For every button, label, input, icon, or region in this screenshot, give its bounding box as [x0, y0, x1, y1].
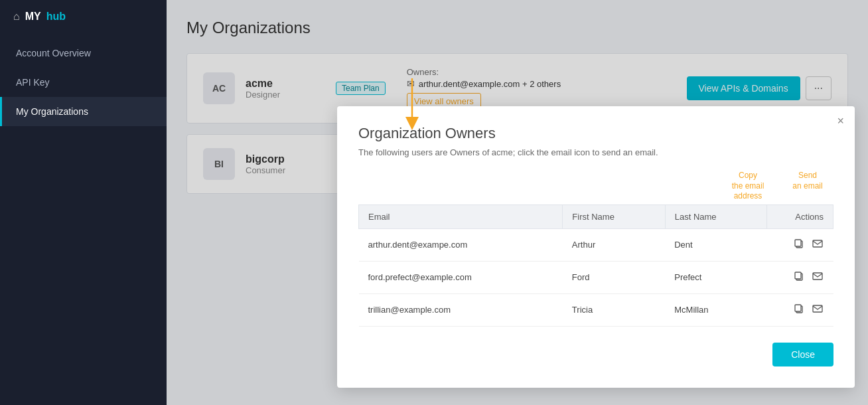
- modal-annotations: Copy the email address Send an email: [358, 171, 833, 202]
- sidebar: ⌂ MY hub Account Overview API Key My Org…: [0, 0, 167, 405]
- cell-email-1: ford.prefect@example.com: [359, 261, 563, 293]
- organization-owners-modal: × Organization Owners The following user…: [337, 106, 855, 388]
- table-row: trillian@example.com Tricia McMillan: [359, 293, 833, 326]
- cell-email-0: arthur.dent@exampe.com: [359, 228, 563, 261]
- cell-first-name-0: Arthur: [563, 228, 665, 261]
- sidebar-nav: Account Overview API Key My Organization…: [0, 39, 167, 126]
- svg-rect-8: [813, 305, 822, 312]
- col-actions: Actions: [767, 204, 833, 228]
- send-email-annotation: Send an email: [784, 171, 831, 202]
- table-header-row: Email First Name Last Name Actions: [359, 204, 833, 228]
- modal-overlay: × Organization Owners The following user…: [167, 0, 868, 405]
- cell-first-name-1: Ford: [563, 261, 665, 293]
- svg-rect-7: [795, 305, 801, 311]
- svg-rect-5: [813, 273, 822, 280]
- cell-last-name-1: Prefect: [665, 261, 766, 293]
- owners-table: Email First Name Last Name Actions arthu…: [358, 204, 833, 327]
- sidebar-logo: ⌂ MY hub: [0, 0, 167, 33]
- col-email: Email: [359, 204, 563, 228]
- close-modal-button[interactable]: Close: [772, 343, 833, 366]
- copy-email-button-2[interactable]: [792, 302, 806, 318]
- modal-subtitle: The following users are Owners of acme; …: [358, 147, 833, 157]
- send-email-button-1[interactable]: [811, 270, 824, 285]
- svg-rect-2: [813, 240, 822, 247]
- modal-close-button[interactable]: ×: [837, 114, 844, 128]
- modal-title: Organization Owners: [358, 125, 833, 142]
- cell-actions-1: [767, 261, 833, 293]
- cell-last-name-2: McMillan: [665, 293, 766, 326]
- home-icon: ⌂: [13, 11, 20, 23]
- main-content: My Organizations AC acme Designer Team P…: [167, 0, 868, 405]
- send-email-button-0[interactable]: [811, 237, 824, 253]
- copy-email-annotation: Copy the email address: [725, 171, 771, 202]
- svg-rect-1: [795, 240, 801, 246]
- send-email-button-2[interactable]: [811, 302, 824, 318]
- logo-hub: hub: [46, 11, 66, 23]
- table-row: ford.prefect@example.com Ford Prefect: [359, 261, 833, 293]
- cell-actions-0: [767, 228, 833, 261]
- cell-email-2: trillian@example.com: [359, 293, 563, 326]
- copy-email-button-0[interactable]: [792, 237, 806, 253]
- col-first-name: First Name: [563, 204, 665, 228]
- svg-rect-4: [795, 272, 801, 279]
- sidebar-item-api-key[interactable]: API Key: [0, 68, 167, 97]
- col-last-name: Last Name: [665, 204, 766, 228]
- copy-email-button-1[interactable]: [792, 270, 806, 285]
- cell-actions-2: [767, 293, 833, 326]
- sidebar-item-my-organizations[interactable]: My Organizations: [0, 97, 167, 126]
- sidebar-item-account-overview[interactable]: Account Overview: [0, 39, 167, 68]
- logo-my: MY: [25, 11, 41, 23]
- cell-first-name-2: Tricia: [563, 293, 665, 326]
- table-row: arthur.dent@exampe.com Arthur Dent: [359, 228, 833, 261]
- cell-last-name-0: Dent: [665, 228, 766, 261]
